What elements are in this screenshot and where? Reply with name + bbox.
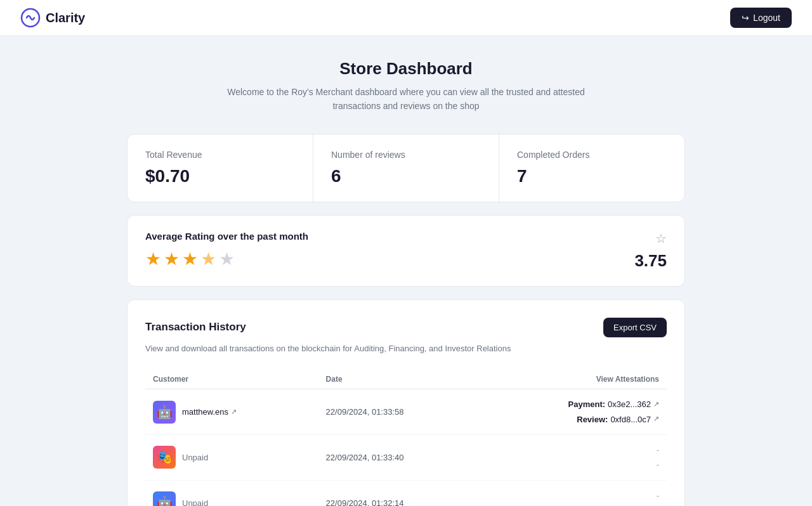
rating-number: 3.75 xyxy=(634,251,667,271)
rating-card: Average Rating over the past month ★ ★ ★… xyxy=(127,215,685,287)
col-date: Date xyxy=(318,370,481,389)
stars-container: ★ ★ ★ ★ ★ xyxy=(145,250,634,268)
col-attestations: View Attestations xyxy=(481,370,667,389)
logout-label: Logout xyxy=(753,13,780,23)
completed-orders-card: Completed Orders 7 xyxy=(499,134,684,202)
table-row: 🤖Unpaid22/09/2024, 01:32:14-- xyxy=(145,480,667,506)
table-row: 🎭Unpaid22/09/2024, 01:33:40-- xyxy=(145,435,667,481)
star-5: ★ xyxy=(219,250,235,268)
customer-inner-0: 🤖matthew.ens↗ xyxy=(153,401,311,424)
attestations-cell-1: -- xyxy=(481,435,667,481)
date-cell-2: 22/09/2024, 01:32:14 xyxy=(318,480,481,506)
logout-icon: ↪ xyxy=(742,13,749,23)
avatar: 🎭 xyxy=(153,446,176,469)
customer-cell-1: 🎭Unpaid xyxy=(145,435,318,481)
customer-cell-2: 🤖Unpaid xyxy=(145,480,318,506)
total-revenue-label: Total Revenue xyxy=(145,150,295,160)
export-csv-button[interactable]: Export CSV xyxy=(603,318,667,337)
completed-orders-label: Completed Orders xyxy=(517,150,667,160)
payment-link-0[interactable]: Payment:0x3e2...362 ↗ xyxy=(488,397,659,412)
attestations-cell-0: Payment:0x3e2...362 ↗Review:0xfd8...0c7 … xyxy=(481,389,667,435)
total-revenue-card: Total Revenue $0.70 xyxy=(128,134,313,202)
avatar: 🤖 xyxy=(153,401,176,424)
star-2: ★ xyxy=(164,250,180,268)
header: Clarity ↪ Logout xyxy=(0,0,812,36)
col-customer: Customer xyxy=(145,370,318,389)
stats-row: Total Revenue $0.70 Number of reviews 6 … xyxy=(127,134,685,202)
avatar: 🤖 xyxy=(153,491,176,506)
completed-orders-value: 7 xyxy=(517,166,667,186)
review-attestation-0: Review:0xfd8...0c7 ↗ xyxy=(488,412,659,427)
star-3: ★ xyxy=(182,250,198,268)
total-revenue-value: $0.70 xyxy=(145,166,295,186)
transaction-table: Customer Date View Attestations 🤖matthew… xyxy=(145,370,667,506)
attestations-cell-2: -- xyxy=(481,480,667,506)
date-cell-0: 22/09/2024, 01:33:58 xyxy=(318,389,481,435)
transaction-description: View and download all transactions on th… xyxy=(145,342,667,355)
num-reviews-value: 6 xyxy=(331,166,481,186)
clarity-logo-icon xyxy=(20,8,41,28)
transaction-header: Transaction History Export CSV xyxy=(145,318,667,337)
num-reviews-card: Number of reviews 6 xyxy=(313,134,499,202)
payment-ext-icon: ↗ xyxy=(653,398,659,411)
date-cell-1: 22/09/2024, 01:33:40 xyxy=(318,435,481,481)
transaction-title: Transaction History xyxy=(145,321,246,334)
external-link-icon: ↗ xyxy=(231,408,237,416)
favorite-star-icon[interactable]: ☆ xyxy=(655,231,667,246)
page-title: Store Dashboard xyxy=(127,59,685,79)
subtitle-line1: Welcome to the Roy's Merchant dashboard … xyxy=(227,87,585,97)
logout-button[interactable]: ↪ Logout xyxy=(730,8,792,28)
customer-cell-0: 🤖matthew.ens↗ xyxy=(145,389,318,435)
star-4: ★ xyxy=(200,250,216,268)
review-ext-icon: ↗ xyxy=(653,413,659,425)
star-1: ★ xyxy=(145,250,161,268)
logo: Clarity xyxy=(20,8,85,28)
num-reviews-label: Number of reviews xyxy=(331,150,481,160)
unpaid-label: Unpaid xyxy=(182,498,208,506)
page-subtitle: Welcome to the Roy's Merchant dashboard … xyxy=(127,85,685,114)
rating-right: ☆ 3.75 xyxy=(634,231,667,271)
transaction-history-card: Transaction History Export CSV View and … xyxy=(127,299,685,506)
customer-name-link[interactable]: matthew.ens↗ xyxy=(182,407,237,417)
payment-attestation-0: Payment:0x3e2...362 ↗ xyxy=(488,397,659,412)
unpaid-label: Unpaid xyxy=(182,453,208,462)
main-content: Store Dashboard Welcome to the Roy's Mer… xyxy=(114,36,698,506)
logo-text: Clarity xyxy=(46,11,85,25)
customer-inner-2: 🤖Unpaid xyxy=(153,491,311,506)
review-link-0[interactable]: Review:0xfd8...0c7 ↗ xyxy=(488,412,659,427)
rating-title: Average Rating over the past month xyxy=(145,231,634,242)
subtitle-line2: transactions and reviews on the shop xyxy=(332,101,479,111)
customer-inner-1: 🎭Unpaid xyxy=(153,446,311,469)
table-row: 🤖matthew.ens↗22/09/2024, 01:33:58Payment… xyxy=(145,389,667,435)
rating-left: Average Rating over the past month ★ ★ ★… xyxy=(145,231,634,268)
table-header-row: Customer Date View Attestations xyxy=(145,370,667,389)
